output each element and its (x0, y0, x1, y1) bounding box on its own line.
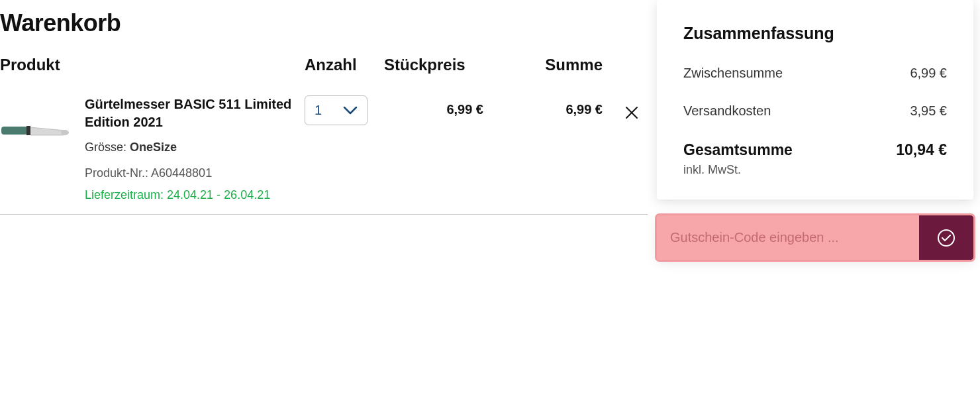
chevron-down-icon (343, 106, 358, 115)
product-image (0, 107, 73, 154)
remove-item-button[interactable] (621, 102, 642, 125)
svg-point-2 (61, 130, 69, 135)
product-sku: Produkt-Nr.: A60448801 (85, 166, 305, 180)
svg-rect-0 (1, 127, 28, 135)
product-info: Gürtelmesser BASIC 511 Limited Edition 2… (85, 95, 305, 202)
product-name: Gürtelmesser BASIC 511 Limited Edition 2… (85, 95, 305, 131)
total-label: Gesamtsumme (683, 141, 793, 159)
summary-shipping: Versandkosten 3,95 € (683, 103, 947, 119)
product-size: Grösse: OneSize (85, 141, 305, 154)
coupon-input[interactable] (657, 215, 919, 260)
close-icon (624, 105, 640, 121)
qty-value: 1 (315, 103, 322, 118)
tax-note: inkl. MwSt. (683, 163, 947, 177)
header-qty: Anzahl (305, 56, 384, 74)
unit-price: 6,99 € (384, 95, 497, 117)
knife-icon (0, 117, 73, 144)
size-value: OneSize (130, 141, 177, 154)
header-unit-price: Stückpreis (384, 56, 497, 74)
size-label: Grösse: (85, 141, 126, 154)
summary-card: Zusammenfassung Zwischensumme 6,99 € Ver… (657, 0, 973, 199)
product-delivery: Lieferzeitraum: 24.04.21 - 26.04.21 (85, 188, 305, 202)
qty-select[interactable]: 1 (305, 95, 368, 125)
header-product: Produkt (0, 56, 305, 74)
product-cell: Gürtelmesser BASIC 511 Limited Edition 2… (0, 95, 305, 202)
coupon-section (657, 215, 973, 260)
summary-subtotal: Zwischensumme 6,99 € (683, 66, 947, 81)
shipping-label: Versandkosten (683, 103, 771, 119)
qty-cell: 1 (305, 95, 384, 125)
svg-point-3 (938, 230, 954, 246)
sidebar: Zusammenfassung Zwischensumme 6,99 € Ver… (654, 0, 980, 395)
subtotal-label: Zwischensumme (683, 66, 783, 81)
header-sum: Summe (497, 56, 609, 74)
check-circle-icon (936, 228, 956, 248)
cart-row: Gürtelmesser BASIC 511 Limited Edition 2… (0, 86, 648, 215)
cart-main: Warenkorb Produkt Anzahl Stückpreis Summ… (0, 0, 654, 395)
summary-total: Gesamtsumme 10,94 € (683, 141, 947, 159)
row-sum: 6,99 € (497, 95, 609, 117)
summary-title: Zusammenfassung (683, 24, 947, 43)
shipping-value: 3,95 € (910, 103, 947, 119)
cart-header-row: Produkt Anzahl Stückpreis Summe (0, 56, 648, 86)
page-title: Warenkorb (0, 9, 648, 37)
subtotal-value: 6,99 € (910, 66, 947, 81)
sku-label: Produkt-Nr.: (85, 166, 148, 180)
svg-rect-1 (26, 126, 30, 135)
total-value: 10,94 € (896, 141, 947, 159)
sku-value: A60448801 (151, 166, 212, 180)
apply-coupon-button[interactable] (919, 215, 973, 260)
